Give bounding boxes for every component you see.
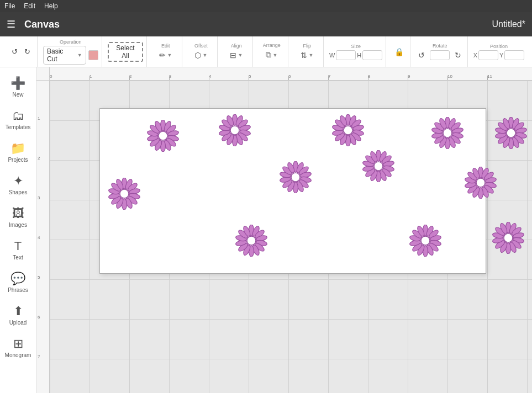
- sidebar-item-phrases[interactable]: 💬 Phrases: [2, 267, 35, 298]
- operation-label: Operation: [60, 39, 82, 45]
- flower-svg-0: [147, 120, 179, 152]
- rotate-section: Rotate ↺ ↻: [413, 36, 468, 67]
- flower-svg-3: [280, 161, 312, 193]
- flower-3[interactable]: [280, 161, 312, 193]
- ruler-horizontal: 01234567891011: [50, 67, 532, 81]
- flower-1[interactable]: [219, 114, 251, 146]
- sidebar-item-projects[interactable]: 📁 Projects: [2, 137, 35, 167]
- size-h-input[interactable]: [362, 50, 382, 60]
- flower-svg-10: [409, 225, 441, 257]
- svg-point-179: [504, 233, 513, 242]
- svg-point-104: [476, 178, 485, 187]
- svg-point-14: [159, 131, 167, 140]
- lock-button[interactable]: 🔒: [392, 46, 407, 58]
- shapes-label: Shapes: [9, 189, 28, 195]
- position-y-input[interactable]: [504, 50, 524, 60]
- edit-button[interactable]: ✏ ▼: [156, 50, 175, 61]
- ruler-vertical: 1234567: [36, 81, 50, 393]
- flower-7[interactable]: [495, 117, 527, 149]
- phrases-icon: 💬: [10, 272, 25, 286]
- flower-4[interactable]: [362, 150, 394, 182]
- flower-0[interactable]: [147, 120, 179, 152]
- ruler-h-tick: [249, 76, 249, 80]
- flower-5[interactable]: [431, 117, 463, 149]
- edit-label: Edit: [161, 43, 170, 49]
- ruler-corner: [36, 67, 50, 81]
- ruler-v-mark: 7: [38, 354, 40, 359]
- canvas-area[interactable]: 01234567891011 1234567: [36, 67, 532, 393]
- offset-section: Offset ⬡ ▼: [185, 36, 218, 67]
- flower-svg-6: [465, 167, 497, 199]
- flower-2[interactable]: [332, 114, 364, 146]
- align-button[interactable]: ⊟ ▼: [227, 50, 245, 61]
- undo-redo-section: ↺ ↻: [4, 36, 38, 67]
- projects-icon: 📁: [10, 141, 25, 156]
- size-section: Size W H: [326, 36, 386, 67]
- menu-help[interactable]: Help: [44, 2, 58, 10]
- rotate-input[interactable]: [430, 50, 450, 60]
- undo-button[interactable]: ↺: [9, 46, 20, 57]
- flower-10[interactable]: [409, 225, 441, 257]
- edit-dropdown-arrow: ▼: [167, 52, 172, 58]
- rotate-cw-button[interactable]: ↻: [452, 50, 464, 61]
- flower-8[interactable]: [108, 178, 140, 210]
- select-all-button[interactable]: Select All: [108, 42, 144, 62]
- ruler-v-mark: 4: [38, 235, 40, 240]
- flower-svg-1: [219, 114, 251, 146]
- sidebar-item-shapes[interactable]: ✦ Shapes: [2, 169, 35, 200]
- phrases-label: Phrases: [8, 287, 28, 293]
- offset-button[interactable]: ⬡ ▼: [192, 50, 210, 61]
- rotate-ccw-button[interactable]: ↺: [415, 50, 428, 61]
- sidebar-item-new[interactable]: ➕ New: [2, 72, 35, 102]
- ruler-h-tick: [487, 76, 488, 80]
- images-label: Images: [9, 222, 27, 228]
- position-x-label: X: [473, 52, 477, 59]
- ruler-v-mark: 6: [38, 315, 40, 320]
- monogram-label: Monogram: [5, 352, 31, 358]
- svg-point-164: [421, 236, 430, 245]
- size-w-label: W: [329, 52, 335, 59]
- ruler-h-tick: [368, 76, 368, 80]
- sidebar-item-templates[interactable]: 🗂 Templates: [2, 104, 35, 135]
- sidebar-item-images[interactable]: 🖼 Images: [2, 202, 35, 232]
- flower-svg-7: [495, 117, 527, 149]
- sidebar-item-upload[interactable]: ⬆ Upload: [2, 300, 35, 330]
- sidebar-item-text[interactable]: T Text: [2, 235, 35, 265]
- align-label: Align: [231, 43, 242, 49]
- flower-9[interactable]: [235, 225, 267, 257]
- upload-label: Upload: [9, 320, 27, 326]
- position-x-input[interactable]: [478, 50, 498, 60]
- size-w-input[interactable]: [336, 50, 356, 60]
- canvas-content[interactable]: [50, 81, 532, 393]
- color-swatch[interactable]: [88, 50, 98, 60]
- toolbar: ↺ ↻ Operation Basic Cut ▼ Select All Edi…: [0, 36, 532, 67]
- svg-point-74: [374, 162, 383, 171]
- arrange-button[interactable]: ⧉ ▼: [263, 49, 280, 61]
- hamburger-menu[interactable]: ☰: [7, 18, 15, 30]
- ruler-h-tick: [328, 76, 329, 80]
- edit-section: Edit ✏ ▼: [149, 36, 182, 67]
- operation-dropdown[interactable]: Basic Cut ▼: [43, 46, 86, 65]
- ruler-h-tick: [129, 76, 130, 80]
- menu-edit[interactable]: Edit: [24, 2, 35, 10]
- flower-11[interactable]: [492, 222, 524, 254]
- menu-file[interactable]: File: [4, 2, 15, 10]
- ruler-h-tick: [89, 76, 90, 80]
- flip-button[interactable]: ⇅ ▼: [298, 50, 316, 61]
- document-title: Untitled*: [492, 19, 525, 29]
- monogram-icon: ⊞: [13, 337, 23, 351]
- redo-button[interactable]: ↻: [22, 46, 33, 57]
- offset-label: Offset: [194, 43, 208, 49]
- text-icon: T: [14, 239, 22, 253]
- flower-6[interactable]: [465, 167, 497, 199]
- offset-dropdown-arrow: ▼: [202, 52, 207, 58]
- projects-label: Projects: [8, 157, 28, 163]
- app-title: Canvas: [24, 19, 486, 30]
- flower-svg-9: [235, 225, 267, 257]
- sidebar-item-monogram[interactable]: ⊞ Monogram: [2, 332, 35, 363]
- ruler-v-mark: 3: [38, 195, 40, 200]
- images-icon: 🖼: [12, 206, 24, 221]
- size-h-label: H: [357, 52, 361, 59]
- header: ☰ Canvas Untitled*: [0, 12, 532, 36]
- arrange-label: Arrange: [263, 43, 281, 48]
